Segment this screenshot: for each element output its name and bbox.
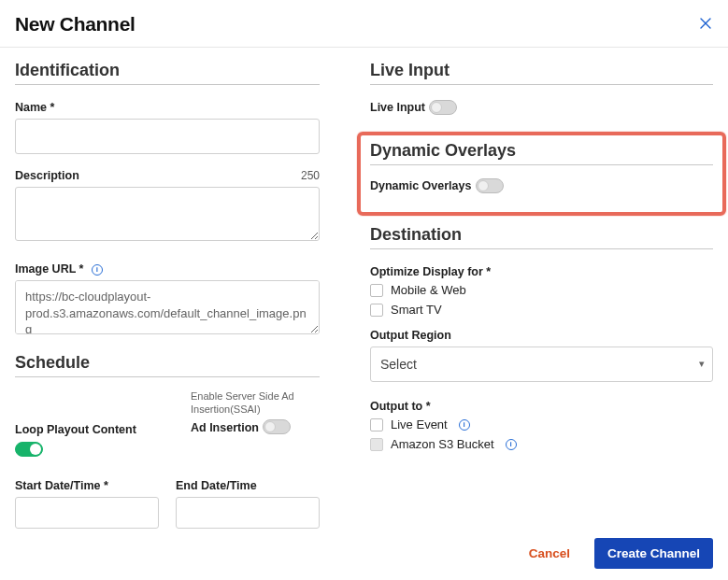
optimize-display-label: Optimize Display for *: [370, 265, 491, 278]
s3-bucket-option: Amazon S3 Bucket: [391, 437, 494, 451]
identification-heading: Identification: [15, 61, 320, 80]
section-divider: [370, 248, 713, 249]
modal-title: New Channel: [15, 13, 136, 35]
ad-insertion-label: Ad Insertion: [191, 421, 259, 434]
output-region-select[interactable]: Select: [370, 347, 713, 382]
schedule-heading: Schedule: [15, 353, 320, 373]
image-url-label: Image URL *: [15, 262, 83, 276]
dynamic-overlays-heading: Dynamic Overlays: [370, 141, 713, 161]
mobile-web-option: Mobile & Web: [391, 283, 466, 297]
section-divider: [15, 376, 320, 377]
loop-playout-toggle[interactable]: [15, 442, 43, 457]
cancel-button[interactable]: Cancel: [516, 538, 583, 569]
output-region-value: Select: [380, 357, 417, 372]
ad-insertion-toggle[interactable]: [263, 419, 291, 434]
live-input-toggle[interactable]: [429, 100, 457, 115]
info-icon[interactable]: i: [92, 264, 103, 276]
end-date-input[interactable]: [176, 497, 320, 529]
description-char-count: 250: [301, 169, 320, 182]
mobile-web-checkbox[interactable]: [370, 284, 383, 297]
end-date-label: End Date/Time: [176, 479, 257, 492]
name-input[interactable]: [15, 119, 320, 154]
modal-header: New Channel: [0, 0, 728, 48]
smart-tv-checkbox[interactable]: [370, 304, 383, 317]
section-divider: [370, 164, 713, 165]
image-url-input[interactable]: [15, 280, 320, 334]
live-event-option: Live Event: [391, 417, 448, 431]
section-divider: [15, 84, 320, 85]
destination-heading: Destination: [370, 225, 713, 245]
smart-tv-option: Smart TV: [391, 303, 442, 317]
close-button[interactable]: [698, 16, 713, 33]
section-divider: [370, 84, 713, 85]
live-input-label: Live Input: [370, 101, 425, 114]
info-icon[interactable]: i: [459, 419, 470, 431]
name-label: Name *: [15, 101, 54, 114]
live-event-checkbox[interactable]: [370, 418, 383, 431]
dynamic-overlays-highlight: Dynamic Overlays Dynamic Overlays: [357, 132, 726, 216]
loop-playout-label: Loop Playout Content: [15, 423, 136, 436]
live-input-heading: Live Input: [370, 61, 713, 80]
ssai-hint: Enable Server Side Ad Insertion(SSAI): [191, 390, 320, 417]
dynamic-overlays-label: Dynamic Overlays: [370, 179, 471, 192]
s3-bucket-checkbox[interactable]: [370, 438, 383, 451]
description-input[interactable]: [15, 187, 320, 241]
description-label: Description: [15, 169, 79, 182]
dynamic-overlays-toggle[interactable]: [476, 178, 504, 193]
modal-footer: Cancel Create Channel: [501, 527, 728, 580]
close-icon: [700, 18, 711, 29]
output-region-label: Output Region: [370, 329, 451, 342]
output-to-label: Output to *: [370, 400, 431, 413]
create-channel-button[interactable]: Create Channel: [594, 538, 713, 569]
info-icon[interactable]: i: [506, 439, 517, 450]
start-date-input[interactable]: [15, 497, 159, 529]
start-date-label: Start Date/Time *: [15, 479, 108, 492]
